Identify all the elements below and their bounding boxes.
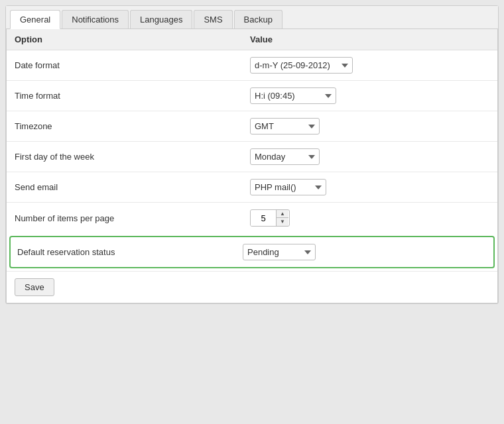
save-section: Save (7, 271, 497, 303)
send-email-select[interactable]: PHP mail() SMTP Sendmail (250, 179, 326, 195)
save-button[interactable]: Save (15, 278, 54, 296)
default-reservation-select[interactable]: Pending Approved Rejected (243, 244, 316, 260)
date-format-select[interactable]: d-m-Y (25-09-2012) Y-m-d (2012-09-25) m/… (250, 57, 353, 74)
option-header: Option (7, 29, 242, 50)
tab-bar: General Notifications Languages SMS Back… (6, 6, 498, 29)
first-day-select[interactable]: Monday Sunday Saturday (250, 148, 320, 165)
option-label: Time format (7, 81, 242, 111)
default-reservation-row: Default reservation status Pending Appro… (9, 236, 495, 268)
main-wrapper: General Notifications Languages SMS Back… (0, 0, 504, 424)
settings-table: Option Value Date format d-m-Y (25-09-20… (7, 29, 497, 233)
default-reservation-label: Default reservation status (17, 247, 243, 257)
table-row: Time format H:i (09:45) h:i A (09:45 AM) (7, 81, 497, 111)
table-header-row: Option Value (7, 29, 497, 50)
spinner-buttons: ▲ ▼ (276, 210, 288, 226)
tab-sms[interactable]: SMS (194, 10, 232, 28)
tab-languages[interactable]: Languages (130, 10, 192, 28)
items-per-page-value: 5 ▲ ▼ (242, 203, 497, 234)
time-format-select[interactable]: H:i (09:45) h:i A (09:45 AM) (250, 87, 336, 104)
tab-backup[interactable]: Backup (234, 10, 283, 28)
table-row: Timezone GMT UTC EST PST (7, 111, 497, 142)
option-label: Number of items per page (7, 203, 242, 234)
date-format-value: d-m-Y (25-09-2012) Y-m-d (2012-09-25) m/… (242, 50, 497, 81)
content-area: Option Value Date format d-m-Y (25-09-20… (6, 29, 498, 303)
settings-panel: General Notifications Languages SMS Back… (5, 5, 499, 304)
option-label: First day of the week (7, 142, 242, 172)
table-row: Send email PHP mail() SMTP Sendmail (7, 172, 497, 203)
tab-notifications[interactable]: Notifications (62, 10, 129, 28)
value-header: Value (242, 29, 497, 50)
items-per-page-input[interactable]: 5 (251, 211, 276, 226)
table-row: Date format d-m-Y (25-09-2012) Y-m-d (20… (7, 50, 497, 81)
spinner-down-button[interactable]: ▼ (277, 218, 288, 226)
table-row: First day of the week Monday Sunday Satu… (7, 142, 497, 172)
tab-general[interactable]: General (10, 10, 60, 29)
table-row: Number of items per page 5 ▲ ▼ (7, 203, 497, 234)
timezone-value: GMT UTC EST PST (242, 111, 497, 142)
highlighted-row-wrapper: Default reservation status Pending Appro… (7, 233, 497, 271)
first-day-value: Monday Sunday Saturday (242, 142, 497, 172)
spinner-up-button[interactable]: ▲ (277, 210, 288, 218)
items-per-page-spinner: 5 ▲ ▼ (250, 209, 290, 227)
option-label: Timezone (7, 111, 242, 142)
timezone-select[interactable]: GMT UTC EST PST (250, 118, 320, 134)
send-email-value: PHP mail() SMTP Sendmail (242, 172, 497, 203)
time-format-value: H:i (09:45) h:i A (09:45 AM) (242, 81, 497, 111)
option-label: Send email (7, 172, 242, 203)
option-label: Date format (7, 50, 242, 81)
default-reservation-value: Pending Approved Rejected (243, 244, 316, 260)
